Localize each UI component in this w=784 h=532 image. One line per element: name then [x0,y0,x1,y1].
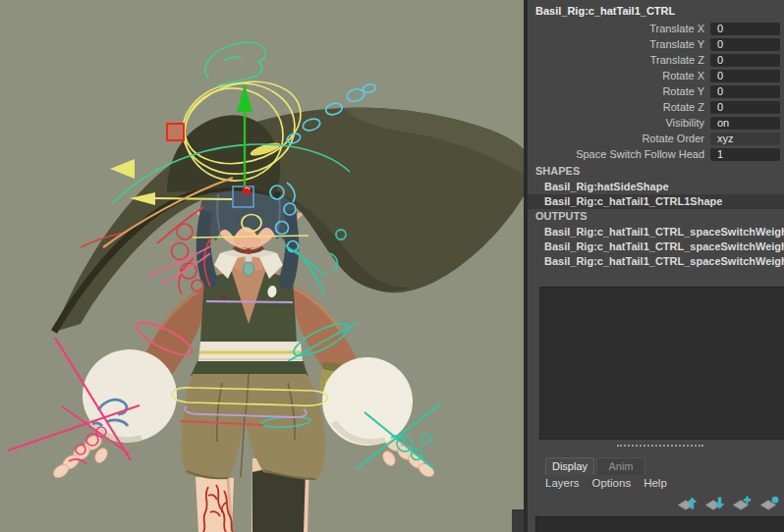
channel-row: Space Switch Follow Head1 [528,146,784,162]
channel-label: Translate Y [528,38,710,50]
shape-item-selected[interactable]: Basil_Rig:c_hatTail1_CTRL1Shape [528,194,784,209]
channel-value-field[interactable]: 0 [710,23,780,35]
channel-row: Rotate Orderxyz [528,131,784,146]
node-title: Basil_Rig:c_hatTail1_CTRL [535,5,675,17]
channel-row: Translate Y0 [528,36,784,52]
channel-box-panel: Basil_Rig:c_hatTail1_CTRL Translate X0 T… [528,0,784,532]
tab-display[interactable]: Display [545,457,594,475]
channel-label: Rotate Order [528,133,710,144]
maya-window: Basil_Rig:c_hatTail1_CTRL Translate X0 T… [0,0,784,532]
output-item[interactable]: Basil_Rig:c_hatTail1_CTRL_spaceSwitchWei… [528,225,784,239]
pendant [244,262,254,276]
channel-label: Translate Z [528,54,710,66]
right-mitten [322,357,413,446]
move-layer-up-icon[interactable] [677,496,699,511]
channel-label: Visibility [528,117,710,129]
3d-viewport[interactable] [0,0,524,532]
channel-row: Translate Z0 [528,52,784,68]
channel-label: Rotate Z [528,101,710,113]
selected-square-control[interactable] [167,124,184,140]
channel-value-field[interactable]: 1 [710,148,780,161]
menu-options[interactable]: Options [592,477,632,489]
channel-row: Rotate X0 [528,68,784,83]
channel-value-field[interactable]: 0 [710,101,780,114]
channel-value-field[interactable]: 0 [710,85,780,98]
menu-help[interactable]: Help [644,477,667,489]
output-item[interactable]: Basil_Rig:c_hatTail1_CTRL_spaceSwitchWei… [528,239,784,254]
channel-value-field[interactable]: 0 [710,70,780,82]
output-item[interactable]: Basil_Rig:c_hatTail1_CTRL_spaceSwitchWei… [528,254,784,269]
channel-label: Space Switch Follow Head [528,148,710,160]
channel-value-field[interactable]: 0 [710,38,780,51]
channel-value-field[interactable]: on [710,117,780,130]
layer-editor-menubar: Layers Options Help [545,477,667,489]
channel-label: Rotate X [528,70,710,81]
viewport-corner-widget [512,509,524,532]
channel-row: Translate X0 [528,21,784,36]
tab-anim[interactable]: Anim [596,457,645,475]
panel-drag-handle[interactable] [617,445,703,448]
channel-value-field[interactable]: 0 [710,54,780,67]
channel-label: Translate X [528,23,710,34]
layer-list[interactable] [535,516,784,532]
shape-item[interactable]: Basil_Rig:hatSideShape [528,180,784,194]
shapes-header: SHAPES [535,165,580,177]
channel-attributes: Translate X0 Translate Y0 Translate Z0 R… [528,21,784,162]
layer-buttons [677,496,781,511]
channel-box-empty-area [539,287,784,440]
create-layer-from-selected-icon[interactable] [759,496,781,511]
outputs-header: OUTPUTS [535,210,588,222]
channel-label: Rotate Y [528,85,710,97]
channel-row: Rotate Y0 [528,83,784,99]
channel-row: Visibilityon [528,115,784,131]
move-layer-down-icon[interactable] [704,496,726,511]
create-empty-layer-icon[interactable] [732,496,754,511]
channel-row: Rotate Z0 [528,99,784,115]
menu-layers[interactable]: Layers [545,477,580,489]
viewport-scene [0,0,524,532]
rotate-order-field[interactable]: xyz [710,133,780,145]
